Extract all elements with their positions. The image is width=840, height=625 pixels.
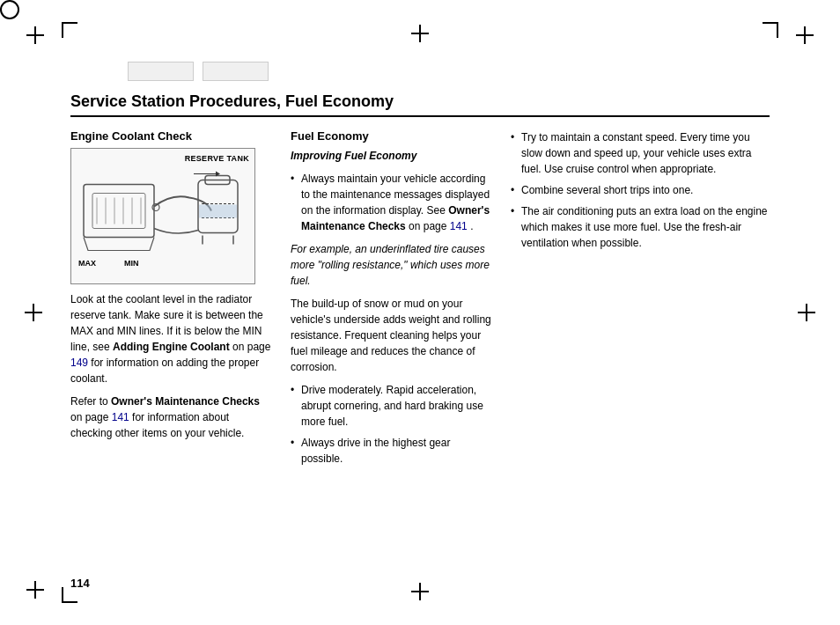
right-cross (798, 304, 815, 321)
right-bullet-trips: Combine several short trips into one. (511, 182, 770, 198)
improving-fuel-italic: Improving Fuel Economy (291, 150, 416, 162)
coolant-para2: Refer to Owner's Maintenance Checks on p… (70, 393, 273, 441)
page-title: Service Station Procedures, Fuel Economy (70, 92, 770, 117)
fuel-economy-heading: Fuel Economy (291, 129, 493, 143)
registration-mark-br (0, 0, 19, 19)
left-cross (25, 304, 42, 321)
coolant-para1: Look at the coolant level in the radiato… (70, 291, 273, 386)
svg-rect-0 (84, 185, 154, 238)
tab-box-1 (128, 62, 194, 81)
fuel-bullet-drive: Drive moderately. Rapid acceleration, ab… (291, 382, 493, 430)
tab-box-2 (203, 62, 269, 81)
page-number: 114 (70, 577, 90, 590)
page-link-141[interactable]: 141 (112, 411, 129, 423)
adding-coolant-bold: Adding Engine Coolant (113, 341, 230, 353)
underinflated-para: For example, an underinflated tire cause… (291, 241, 493, 289)
tab-area (128, 62, 269, 81)
svg-rect-1 (92, 194, 145, 229)
fuel-bullets-2: Drive moderately. Rapid acceleration, ab… (291, 382, 493, 467)
corner-bracket-tr (763, 22, 778, 38)
registration-mark-bl (26, 581, 44, 599)
registration-mark-tr (796, 26, 814, 44)
page-content: Service Station Procedures, Fuel Economy… (70, 92, 770, 555)
fuel-bullets-1: Always maintain your vehicle according t… (291, 171, 493, 234)
engine-illustration (75, 165, 251, 275)
fuel-bullet-gear: Always drive in the highest gear possibl… (291, 435, 493, 467)
col-right-tips: Try to maintain a constant speed. Every … (511, 129, 770, 258)
svg-rect-6 (199, 205, 237, 218)
coolant-diagram: RESERVE TANK (70, 148, 255, 284)
right-bullet-ac: The air conditioning puts an extra load … (511, 203, 770, 251)
columns-container: Engine Coolant Check RESERVE TANK (70, 129, 770, 474)
registration-mark-tl (26, 26, 44, 44)
col-fuel-economy: Fuel Economy Improving Fuel Economy Alwa… (291, 129, 493, 474)
reserve-tank-label: RESERVE TANK (185, 154, 249, 163)
snow-mud-para: The build-up of snow or mud on your vehi… (291, 296, 493, 375)
center-cross-top (411, 25, 429, 42)
engine-coolant-heading: Engine Coolant Check (70, 129, 273, 143)
right-bullets: Try to maintain a constant speed. Every … (511, 129, 770, 251)
min-label: MIN (124, 259, 139, 268)
owners-maintenance-bold: Owner's Maintenance Checks (111, 395, 260, 408)
improving-fuel-subheading: Improving Fuel Economy (291, 148, 493, 164)
center-cross-bottom (411, 583, 429, 600)
fuel-bullet-1: Always maintain your vehicle according t… (291, 171, 493, 234)
page-link-149[interactable]: 149 (70, 357, 88, 369)
max-label: MAX (78, 259, 96, 268)
right-bullet-speed: Try to maintain a constant speed. Every … (511, 129, 770, 177)
corner-bracket-tl (62, 22, 77, 38)
col-engine-coolant: Engine Coolant Check RESERVE TANK (70, 129, 273, 448)
